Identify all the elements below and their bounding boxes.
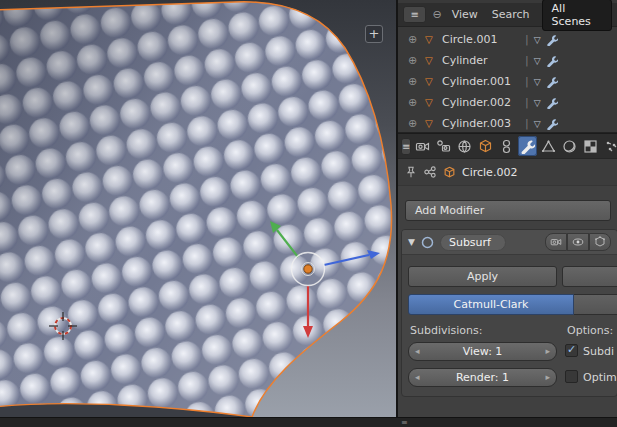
editor-type-button[interactable]: ≡ (403, 6, 426, 23)
mesh-object[interactable] (0, 2, 392, 417)
object-name[interactable]: Circle.001 (442, 33, 520, 46)
object-name[interactable]: Cylinder.003 (442, 117, 520, 130)
modifier-wrench-icon[interactable] (546, 34, 558, 46)
separator: | (525, 96, 529, 109)
tab-object-data[interactable] (539, 136, 558, 156)
mesh-data-icon[interactable]: ▽ (534, 35, 541, 45)
area-corner-icon[interactable]: ≡ (401, 418, 408, 427)
subdivisions-label: Subdivisions: (410, 324, 482, 337)
slider-left-arrow-icon[interactable]: ◂ (415, 343, 420, 360)
tab-world[interactable] (455, 136, 474, 156)
checker-icon (583, 139, 598, 154)
gizmo-center-dot[interactable] (304, 265, 312, 273)
chain-icon (499, 139, 514, 154)
options-label: Options: (567, 324, 613, 337)
right-panel: ≡ ⊖ View Search All Scenes ⊕ ▽ Circle.00… (396, 0, 617, 417)
mesh-object-icon: ▽ (425, 118, 437, 129)
outliner-tree: ⊕ ▽ Circle.001 | ▽ ⊕ ▽ Cylinder | ▽ ⊕ (398, 27, 617, 134)
cube-icon (478, 139, 493, 154)
render-toggle-button[interactable] (545, 233, 567, 251)
expand-icon[interactable]: ⊕ (408, 75, 420, 88)
pin-icon[interactable] (405, 165, 417, 179)
slider-right-arrow-icon[interactable]: ▸ (545, 343, 550, 360)
modifier-header: ▼ Subsurf (402, 230, 617, 255)
expand-region-button[interactable]: + (365, 25, 383, 43)
edit-mode-toggle[interactable] (589, 233, 611, 251)
object-name[interactable]: Cylinder.002 (442, 96, 520, 109)
subdivide-uvs-label: Subdi (583, 345, 614, 358)
slider-right-arrow-icon[interactable]: ▸ (545, 369, 550, 386)
object-cube-icon[interactable] (443, 166, 456, 179)
checkmark-icon: ✓ (567, 343, 576, 356)
breadcrumb: Circle.002 (398, 159, 617, 186)
camera-icon (415, 139, 430, 154)
separator: | (525, 33, 529, 46)
optimal-display-checkbox[interactable] (565, 370, 578, 383)
separator: | (525, 117, 529, 130)
tab-material[interactable] (560, 136, 579, 156)
wrench-icon (520, 139, 535, 154)
simple-option[interactable] (574, 294, 617, 315)
modifier-wrench-icon[interactable] (546, 55, 558, 67)
tab-scene[interactable] (434, 136, 453, 156)
tab-render[interactable] (413, 136, 432, 156)
separator: | (525, 75, 529, 88)
mesh-data-icon[interactable]: ▽ (534, 98, 541, 108)
modifier-wrench-icon[interactable] (546, 118, 558, 130)
display-mode-dropdown[interactable]: All Scenes (542, 0, 612, 31)
add-modifier-button[interactable]: Add Modifier (405, 200, 611, 221)
editor-type-button[interactable]: ≡ (401, 138, 411, 155)
collapse-triangle-icon[interactable]: ▼ (408, 237, 415, 247)
eye-icon (572, 236, 584, 248)
mesh-object-icon: ▽ (425, 97, 437, 108)
outliner-header: ≡ ⊖ View Search All Scenes (398, 3, 617, 27)
tab-object[interactable] (476, 136, 495, 156)
menu-view[interactable]: View (448, 6, 482, 23)
breadcrumb-object-name[interactable]: Circle.002 (462, 166, 517, 179)
tab-particles[interactable] (602, 136, 617, 156)
tab-constraints[interactable] (497, 136, 516, 156)
expand-icon[interactable]: ⊕ (408, 33, 420, 46)
slider-left-arrow-icon[interactable]: ◂ (415, 369, 420, 386)
filter-icon[interactable]: ⊖ (432, 8, 441, 21)
mesh-data-icon[interactable]: ▽ (534, 77, 541, 87)
expand-icon[interactable]: ⊕ (408, 96, 420, 109)
copy-button[interactable] (562, 266, 617, 287)
separator: | (525, 54, 529, 67)
outliner-row-circle-001[interactable]: ⊕ ▽ Circle.001 | ▽ (398, 29, 617, 50)
outliner-row-cylinder-001[interactable]: ⊕ ▽ Cylinder.001 | ▽ (398, 71, 617, 92)
subdivide-uvs-checkbox[interactable]: ✓ (565, 344, 578, 357)
window-bottom-strip: ≡ (0, 417, 617, 427)
expand-icon[interactable]: ⊕ (408, 54, 420, 67)
render-slider-value: Render: 1 (456, 371, 509, 384)
3d-viewport[interactable]: + (0, 0, 396, 417)
menu-search[interactable]: Search (488, 6, 534, 23)
outliner-row-cylinder[interactable]: ⊕ ▽ Cylinder | ▽ (398, 50, 617, 71)
optimal-display-label: Optim (583, 371, 617, 384)
mesh-data-icon[interactable]: ▽ (534, 119, 541, 129)
catmull-clark-option[interactable]: Catmull-Clark (408, 294, 574, 315)
subdivision-type-segmented: Catmull-Clark (408, 294, 617, 315)
mesh-data-icon[interactable]: ▽ (534, 56, 541, 66)
viewport-scene (0, 0, 396, 417)
object-name[interactable]: Cylinder.001 (442, 75, 520, 88)
expand-icon[interactable]: ⊕ (408, 117, 420, 130)
tab-texture[interactable] (581, 136, 600, 156)
viewport-visibility-toggle[interactable] (567, 233, 589, 251)
outliner: ≡ ⊖ View Search All Scenes ⊕ ▽ Circle.00… (398, 0, 617, 133)
subsurf-modifier-panel: ▼ Subsurf Apply Catmull-Clark Subdivisio… (401, 229, 617, 397)
render-subdivisions-slider[interactable]: ◂ Render: 1 ▸ (408, 368, 557, 387)
properties-header: ≡ (398, 133, 617, 159)
apply-button[interactable]: Apply (408, 266, 557, 287)
modifier-wrench-icon[interactable] (546, 76, 558, 88)
nodes-icon (423, 165, 437, 179)
object-name[interactable]: Cylinder (442, 54, 520, 67)
outliner-row-cylinder-002[interactable]: ⊕ ▽ Cylinder.002 | ▽ (398, 92, 617, 113)
view-subdivisions-slider[interactable]: ◂ View: 1 ▸ (408, 342, 557, 361)
mesh-object-icon: ▽ (425, 76, 437, 87)
outliner-row-cylinder-003[interactable]: ⊕ ▽ Cylinder.003 | ▽ (398, 113, 617, 134)
tab-modifiers[interactable] (518, 136, 537, 156)
modifier-name-field[interactable]: Subsurf (440, 234, 506, 251)
modifier-wrench-icon[interactable] (546, 97, 558, 109)
blender-window: + ≡ ⊖ View Search All Scenes ⊕ ▽ Circle.… (0, 0, 617, 427)
